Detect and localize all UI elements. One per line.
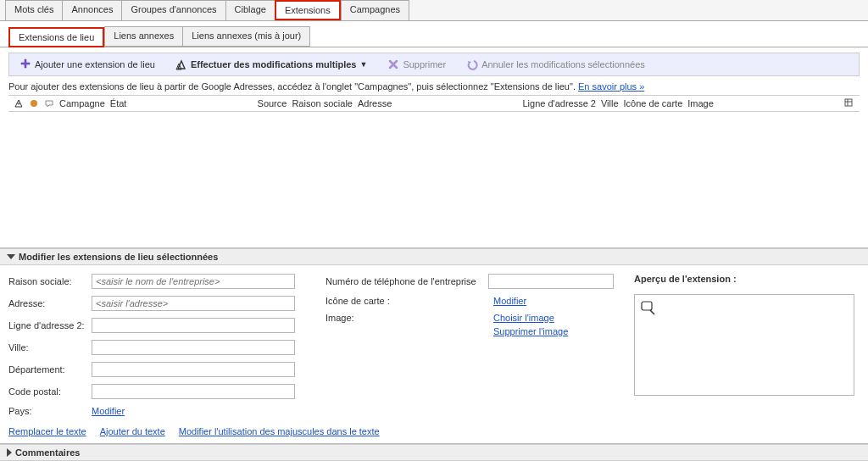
col-etat[interactable]: État xyxy=(110,98,127,108)
tab-campagnes[interactable]: Campagnes xyxy=(341,0,409,20)
x-icon xyxy=(387,58,399,70)
label-ville: Ville: xyxy=(8,342,85,353)
label-image: Image: xyxy=(326,313,487,323)
svg-text:+: + xyxy=(17,101,20,107)
input-ville[interactable] xyxy=(92,340,295,355)
input-ligne2[interactable] xyxy=(92,318,295,333)
undo-icon xyxy=(466,58,478,70)
col-ligne2[interactable]: Ligne d'adresse 2 xyxy=(522,98,596,108)
label-adresse: Adresse: xyxy=(8,298,85,308)
svg-rect-5 xyxy=(642,302,652,310)
col-campagne[interactable]: Campagne xyxy=(59,98,105,108)
add-extension-label: Ajouter une extension de lieu xyxy=(35,59,155,69)
comments-panel-header[interactable]: Commentaires xyxy=(0,444,868,461)
preview-box xyxy=(634,294,854,396)
input-phone[interactable] xyxy=(488,274,614,289)
dropdown-caret-icon: ▼ xyxy=(359,60,367,69)
undo-label: Annuler les modifications sélectionnées xyxy=(481,59,645,69)
status-col-icon xyxy=(29,98,39,108)
multi-edit-button[interactable]: Effectuer des modifications multiples▼ xyxy=(172,57,371,72)
main-tabs: Mots clés Annonces Groupes d'annonces Ci… xyxy=(0,0,868,21)
tab-groupes[interactable]: Groupes d'annonces xyxy=(121,0,225,20)
add-extension-button[interactable]: Ajouter une extension de lieu xyxy=(16,57,159,72)
delete-button[interactable]: Supprimer xyxy=(384,57,449,72)
input-adresse[interactable] xyxy=(92,296,295,311)
col-image[interactable]: Image xyxy=(687,98,714,108)
edit-panel-title: Modifier les extensions de lieu sélectio… xyxy=(19,252,218,262)
label-phone: Numéro de téléphone de l'entreprise xyxy=(326,276,481,286)
link-pays-modifier[interactable]: Modifier xyxy=(92,406,125,416)
col-source[interactable]: Source xyxy=(258,98,287,108)
undo-button[interactable]: Annuler les modifications sélectionnées xyxy=(463,57,648,72)
label-raison: Raison sociale: xyxy=(8,276,85,286)
col-ville[interactable]: Ville xyxy=(601,98,619,108)
subtab-liens-annexes[interactable]: Liens annexes xyxy=(104,26,182,47)
label-code-postal: Code postal: xyxy=(8,386,85,397)
collapse-icon xyxy=(7,254,15,259)
link-modifier-majuscules[interactable]: Modifier l'utilisation des majuscules da… xyxy=(179,426,380,436)
multi-edit-label: Effectuer des modifications multiples xyxy=(191,59,357,69)
plus-icon xyxy=(19,58,31,70)
col-raison[interactable]: Raison sociale xyxy=(292,98,353,108)
input-departement[interactable] xyxy=(92,362,295,377)
toolbar: Ajouter une extension de lieu Effectuer … xyxy=(8,53,860,76)
link-choisir-image[interactable]: Choisir l'image xyxy=(493,313,568,323)
label-departement: Département: xyxy=(8,364,85,375)
col-icone-carte[interactable]: Icône de carte xyxy=(624,98,683,108)
hint-link[interactable]: En savoir plus » xyxy=(578,81,644,92)
tab-annonces[interactable]: Annonces xyxy=(62,0,121,20)
comments-panel: Commentaires xyxy=(0,443,868,461)
sub-tabs: Extensions de lieu Liens annexes Liens a… xyxy=(0,21,868,47)
input-code-postal[interactable] xyxy=(92,384,295,399)
magnifier-icon xyxy=(640,308,657,319)
table-header: + Campagne État Source Raison sociale Ad… xyxy=(8,95,860,112)
tab-mots-cles[interactable]: Mots clés xyxy=(5,0,62,20)
table-body xyxy=(8,112,860,247)
tab-ciblage[interactable]: Ciblage xyxy=(225,0,275,20)
svg-line-6 xyxy=(650,310,654,314)
label-ligne2: Ligne d'adresse 2: xyxy=(8,320,85,330)
edit-panel: Modifier les extensions de lieu sélectio… xyxy=(0,247,868,443)
expand-icon xyxy=(7,448,12,457)
subtab-liens-annexes-maj[interactable]: Liens annexes (mis à jour) xyxy=(182,26,310,47)
label-icone-carte: Icône de carte : xyxy=(326,296,487,306)
subtab-extensions-lieu[interactable]: Extensions de lieu xyxy=(8,27,104,47)
hint-text: Pour ajouter des extensions de lieu à pa… xyxy=(0,76,868,95)
label-pays: Pays: xyxy=(8,406,85,416)
link-ajouter-texte[interactable]: Ajouter du texte xyxy=(100,426,165,436)
link-supprimer-image[interactable]: Supprimer l'image xyxy=(493,326,568,336)
link-remplacer-texte[interactable]: Remplacer le texte xyxy=(8,426,86,436)
svg-rect-2 xyxy=(845,99,852,106)
edit-panel-header[interactable]: Modifier les extensions de lieu sélectio… xyxy=(0,248,868,265)
link-icone-modifier[interactable]: Modifier xyxy=(493,296,526,306)
tab-extensions[interactable]: Extensions xyxy=(275,0,341,20)
edit-panel-footer-links: Remplacer le texte Ajouter du texte Modi… xyxy=(0,423,868,443)
edit-panel-body: Raison sociale: Adresse: Ligne d'adresse… xyxy=(0,265,868,423)
comments-title: Commentaires xyxy=(15,447,80,458)
col-adresse[interactable]: Adresse xyxy=(358,98,392,108)
hint-body: Pour ajouter des extensions de lieu à pa… xyxy=(8,81,578,92)
column-settings-icon[interactable] xyxy=(844,98,854,108)
input-raison[interactable] xyxy=(92,274,295,289)
preview-title: Aperçu de l'extension : xyxy=(634,274,860,284)
svg-point-1 xyxy=(31,100,37,107)
delta-icon xyxy=(175,58,187,70)
delta-col-icon: + xyxy=(14,98,24,108)
bubble-col-icon xyxy=(44,98,54,108)
delete-label: Supprimer xyxy=(403,59,446,69)
